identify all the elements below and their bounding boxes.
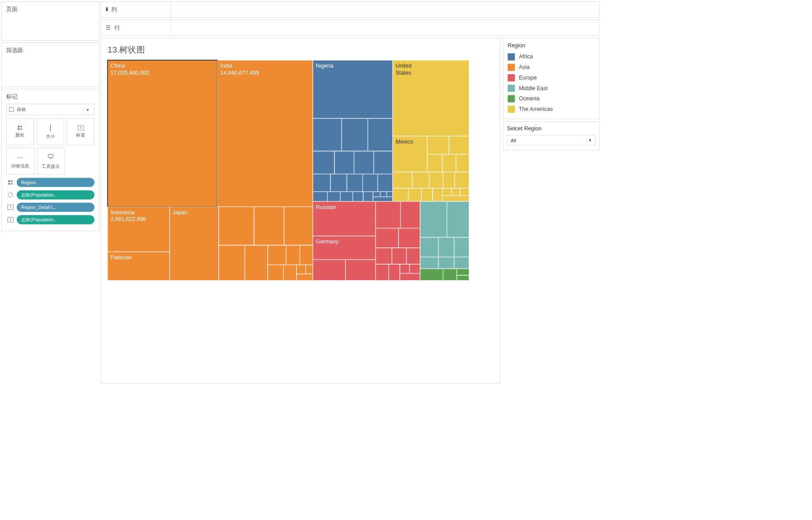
cell-indonesia[interactable]: Indonesia 2,961,622,996 [107, 207, 170, 252]
cell-asia-small[interactable] [268, 265, 284, 281]
cell-americas-small[interactable] [460, 188, 469, 195]
cell-united-states[interactable]: United States [393, 60, 469, 136]
cell-africa-small[interactable] [380, 192, 387, 197]
cell-americas-small[interactable] [412, 172, 429, 188]
legend-item[interactable]: Oceania [508, 94, 595, 104]
cell-africa-small[interactable] [373, 192, 380, 197]
cell-europe-small[interactable] [392, 248, 406, 264]
cell-africa-small[interactable] [353, 192, 363, 201]
pill-row[interactable]: Region [6, 178, 95, 187]
cell-americas-small[interactable] [443, 172, 455, 188]
cell-middle-small[interactable] [420, 237, 438, 257]
cell-asia-small[interactable] [219, 245, 245, 281]
cell-americas-small[interactable] [442, 188, 452, 195]
cell-mexico[interactable]: Mexico [393, 136, 427, 172]
cell-oceania-small[interactable] [443, 269, 457, 281]
cell-americas-small[interactable] [442, 154, 456, 172]
pill-row[interactable]: 总和(Population.. [6, 190, 95, 200]
detail-tile[interactable]: ⋯ 详细信息 [6, 148, 34, 175]
cell-africa-small[interactable] [341, 118, 368, 151]
cell-china[interactable]: China 17,020,440,000 [107, 60, 217, 207]
cell-africa-small[interactable] [363, 174, 378, 192]
cell-africa-small[interactable] [313, 118, 341, 151]
cell-oceania-small[interactable] [420, 269, 443, 281]
rows-dropzone[interactable] [171, 20, 600, 36]
cell-europe-small[interactable] [376, 228, 398, 248]
cell-africa-small[interactable] [334, 151, 354, 174]
legend-item[interactable]: Africa [508, 52, 595, 63]
marks-type-select[interactable]: 自动 ▾ [6, 104, 95, 115]
cell-asia-small[interactable] [306, 265, 313, 274]
cell-oceania-small[interactable] [457, 269, 469, 275]
pages-shelf[interactable]: 页面 [1, 1, 99, 41]
pill-row[interactable]: T总和(Population.. [6, 215, 95, 224]
cell-africa-small[interactable] [363, 192, 373, 201]
cell-europe-small[interactable] [313, 260, 345, 281]
cell-middle-small[interactable] [420, 201, 447, 237]
cell-asia-small[interactable] [296, 265, 306, 274]
columns-dropzone[interactable] [171, 2, 600, 18]
size-tile[interactable]: 大小 [37, 118, 65, 145]
cell-asia-small[interactable] [254, 207, 284, 245]
cell-africa-small[interactable] [387, 192, 392, 197]
cell-middle-small[interactable] [454, 237, 469, 257]
cell-asia-small[interactable] [268, 245, 286, 265]
cell-europe-small[interactable] [400, 264, 410, 273]
cell-middle-small[interactable] [454, 257, 469, 269]
cell-africa-small[interactable] [313, 174, 330, 192]
cell-africa-small[interactable] [340, 192, 353, 201]
cell-africa-small[interactable] [354, 151, 373, 174]
cell-americas-small[interactable] [393, 188, 409, 201]
cell-pakistan[interactable]: Pakistan [107, 252, 170, 281]
cell-africa-small[interactable] [313, 151, 334, 174]
cell-middle-small[interactable] [420, 257, 438, 269]
color-tile[interactable]: 颜色 [6, 118, 34, 145]
cell-americas-small[interactable] [427, 136, 449, 154]
cell-germany[interactable]: Germany [313, 236, 376, 259]
pill-row[interactable]: TRegion_Detail L.. [6, 203, 95, 212]
legend-item[interactable]: Asia [508, 62, 595, 73]
rows-shelf[interactable]: ☰ 行 [101, 19, 600, 36]
cell-europe-small[interactable] [345, 260, 376, 281]
legend-item[interactable]: Europe [508, 73, 595, 84]
cell-africa-small[interactable] [313, 192, 327, 201]
cell-europe-small[interactable] [401, 201, 420, 228]
cell-americas-small[interactable] [452, 188, 460, 195]
cell-americas-small[interactable] [408, 188, 421, 201]
cell-asia-small[interactable] [286, 245, 300, 265]
cell-asia-small[interactable] [219, 207, 254, 245]
cell-asia-small[interactable] [296, 274, 313, 281]
cell-africa-small[interactable] [330, 174, 347, 192]
cell-oceania-small[interactable] [457, 275, 469, 281]
field-pill[interactable]: 总和(Population.. [17, 215, 95, 224]
cell-europe-small[interactable] [410, 264, 420, 273]
treemap-chart[interactable]: China 17,020,440,000 India 14,840,677,48… [107, 60, 469, 281]
cell-middle-small[interactable] [447, 201, 469, 237]
cell-americas-small[interactable] [442, 196, 469, 201]
cell-europe-small[interactable] [400, 273, 420, 281]
cell-africa-small[interactable] [374, 151, 393, 174]
cell-europe-small[interactable] [376, 248, 392, 264]
cell-americas-small[interactable] [449, 136, 469, 154]
cell-middle-small[interactable] [438, 237, 454, 257]
region-filter-select[interactable]: All ▾ [507, 135, 596, 146]
columns-shelf[interactable]: iii 列 [101, 1, 600, 18]
cell-europe-small[interactable] [389, 264, 400, 281]
cell-americas-small[interactable] [393, 172, 412, 188]
cell-americas-small[interactable] [433, 188, 442, 201]
cell-europe-small[interactable] [376, 264, 389, 281]
filters-shelf[interactable]: 筛选器 [1, 42, 99, 87]
cell-russian[interactable]: Russian [313, 201, 376, 236]
cell-asia-small[interactable] [300, 245, 313, 265]
label-tile[interactable]: T 标签 [67, 118, 95, 145]
cell-asia-small[interactable] [284, 265, 297, 281]
cell-asia-small[interactable] [245, 245, 268, 281]
cell-africa-small[interactable] [327, 192, 341, 201]
cell-europe-small[interactable] [406, 248, 420, 264]
cell-africa-small[interactable] [378, 174, 393, 192]
cell-africa-small[interactable] [368, 118, 393, 151]
field-pill[interactable]: 总和(Population.. [17, 190, 95, 200]
cell-americas-small[interactable] [456, 154, 469, 172]
cell-nigeria[interactable]: Nigeria [313, 60, 393, 118]
cell-asia-small[interactable] [284, 207, 313, 245]
